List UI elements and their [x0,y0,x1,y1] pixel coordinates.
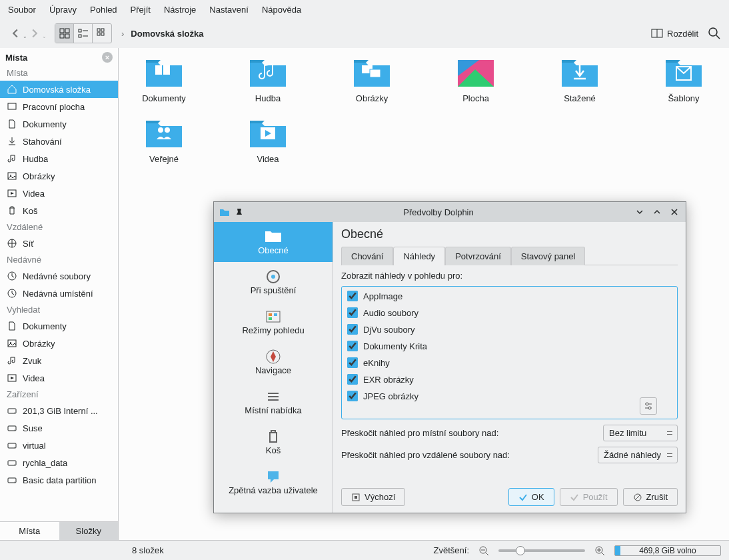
tab-confirm[interactable]: Potvrzování [445,247,511,265]
folder-item[interactable]: Veřejné [132,117,196,164]
sidebar-item[interactable]: virtual [0,437,118,454]
apply-button[interactable]: Použít [560,488,618,506]
preview-check-item[interactable]: EXR obrázky [347,374,672,385]
sidebar-item[interactable]: Nedávné soubory [0,267,118,285]
sidebar-item[interactable]: Obrázky [0,335,118,352]
category-item[interactable]: Při spuštění [214,262,333,302]
menu-help[interactable]: Nápověda [262,5,301,15]
svg-line-46 [486,553,488,555]
folder-item[interactable]: Plocha [444,56,508,103]
sidebar-tab-folders[interactable]: Složky [59,522,119,540]
folder-item[interactable]: Hudba [236,56,300,103]
search-button[interactable] [708,27,721,40]
sidebar-item[interactable]: Dokumenty [0,115,118,133]
sidebar-item[interactable]: Hudba [0,150,118,167]
preview-checkbox[interactable] [347,374,358,385]
tab-previews[interactable]: Náhledy [393,247,445,265]
forward-history-icon[interactable]: ⌄ [42,33,47,39]
category-label: Místní nabídka [245,405,301,415]
view-icons-button[interactable] [55,24,74,43]
tab-behavior[interactable]: Chování [341,247,393,265]
sidebar-item[interactable]: Nedávná umístění [0,285,118,302]
preview-checkbox[interactable] [347,291,358,301]
menu-edit[interactable]: Úpravy [49,5,77,15]
category-item[interactable]: Navigace [214,342,333,382]
pin-icon[interactable] [235,208,243,216]
menu-file[interactable]: Soubor [8,5,36,15]
category-item[interactable]: Místní nabídka [214,382,333,422]
preview-check-label: DjVu soubory [363,325,415,335]
preview-check-item[interactable]: eKnihy [347,357,672,368]
sidebar-item[interactable]: Basic data partition [0,471,118,489]
back-button[interactable] [8,26,23,41]
cancel-button[interactable]: Zrušit [623,488,678,506]
preview-checkbox[interactable] [347,307,358,318]
sidebar-item[interactable]: Stahování [0,133,118,150]
maximize-button[interactable] [651,206,663,218]
menu-tools[interactable]: Nástroje [164,5,196,15]
category-item[interactable]: Koš [214,422,333,462]
preview-checkbox[interactable] [347,357,358,368]
category-item[interactable]: Obecné [214,222,333,262]
minimize-button[interactable] [634,206,646,218]
place-icon [7,171,17,181]
sidebar-tab-places[interactable]: Místa [0,522,59,540]
sidebar-close-button[interactable]: × [102,52,113,63]
split-button[interactable]: Rozdělit [651,27,698,39]
sidebar-item-label: Obrázky [23,339,55,349]
forward-button[interactable] [27,26,42,41]
zoom-out-icon[interactable] [478,545,489,556]
category-icon [264,349,283,365]
svg-rect-54 [269,313,272,316]
sidebar-item-label: rychla_data [23,458,67,468]
menu-settings[interactable]: Nastavení [209,5,249,15]
sidebar-item[interactable]: Dokumenty [0,317,118,335]
dialog-titlebar[interactable]: Předvolby Dolphin [214,202,686,222]
preview-checklist[interactable]: AppImageAudio souboryDjVu souboryDokumen… [341,286,678,419]
sidebar-item[interactable]: Suse [0,419,118,437]
sidebar-item[interactable]: Pracovní plocha [0,98,118,115]
view-details-button[interactable] [93,24,111,43]
folder-item[interactable]: Stažené [548,56,612,103]
menu-go[interactable]: Přejít [131,5,151,15]
preview-check-item[interactable]: Dokumenty Krita [347,341,672,351]
skip-remote-combo[interactable]: Žádné náhledy [598,447,678,463]
ok-button[interactable]: OK [508,488,554,506]
zoom-slider[interactable] [498,549,585,552]
sidebar-item[interactable]: Videa [0,185,118,202]
sidebar-item[interactable]: Koš [0,202,118,219]
sidebar-item[interactable]: Síť [0,235,118,252]
sidebar-item[interactable]: Videa [0,369,118,387]
folder-item[interactable]: Dokumenty [132,56,196,103]
menu-view[interactable]: Pohled [90,5,117,15]
preview-checkbox[interactable] [347,324,358,335]
sidebar-item[interactable]: Domovská složka [0,81,118,98]
sidebar-item[interactable]: 201,3 GiB Interní ... [0,402,118,419]
preview-check-item[interactable]: AppImage [347,291,672,301]
nav-arrows: ⌄ ⌄ [8,26,47,41]
preview-check-item[interactable]: Audio soubory [347,307,672,318]
configure-plugin-button[interactable] [640,397,657,415]
preview-checkbox[interactable] [347,341,358,351]
close-button[interactable] [668,206,680,218]
view-compact-button[interactable] [74,24,93,43]
folder-item[interactable]: Obrázky [340,56,404,103]
tab-status[interactable]: Stavový panel [511,247,586,265]
category-item[interactable]: Zpětná vazba uživatele [214,462,333,502]
skip-local-combo[interactable]: Bez limitu [603,425,678,441]
breadcrumb[interactable]: › Domovská složka [121,29,203,39]
place-icon [7,271,17,281]
sidebar-item[interactable]: Obrázky [0,167,118,185]
sidebar-item[interactable]: rychla_data [0,454,118,471]
defaults-button[interactable]: Výchozí [341,488,405,506]
sidebar-item[interactable]: Zvuk [0,352,118,369]
preview-check-item[interactable]: JPEG obrázky [347,391,672,401]
back-history-icon[interactable]: ⌄ [23,33,27,39]
svg-rect-3 [65,34,69,38]
zoom-in-icon[interactable] [594,545,605,556]
preview-checkbox[interactable] [347,391,358,401]
folder-item[interactable]: Šablony [652,56,716,103]
preview-check-item[interactable]: DjVu soubory [347,324,672,335]
folder-item[interactable]: Videa [236,117,300,164]
category-item[interactable]: Režimy pohledu [214,302,333,342]
